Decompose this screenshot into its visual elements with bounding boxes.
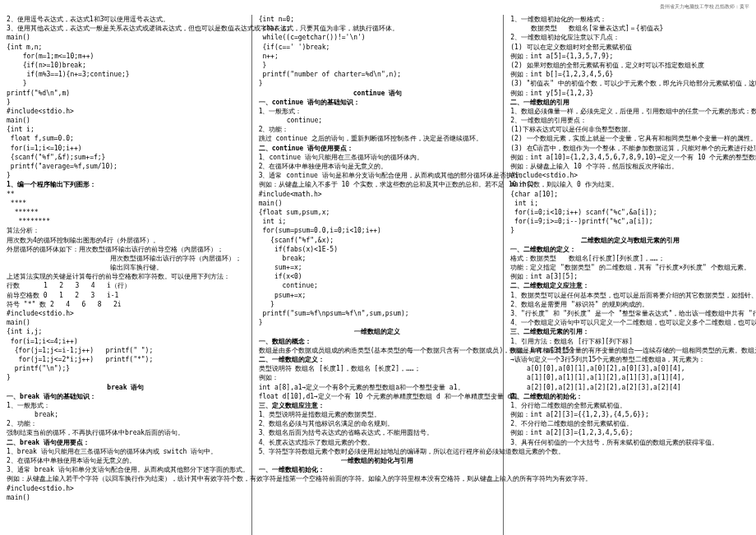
text-line: 5、字符型字符数组元素个数时必须使用起始地址的编译期，所以在运行程序前必须知道数… (259, 447, 497, 456)
text-line: 上述算法实现的关键是计算每行的前导空格数和字符数。可以使用下列方法： (7, 272, 245, 281)
text-line: 一维数组的定义 (259, 327, 497, 336)
text-line: 1、数组必须像量一样，必须先定义，后使用，引用数组中的任意一个元素的形式：数组名… (510, 107, 749, 116)
text-line: for(sum=psum=0.0,i=0;i<10;i++) (259, 226, 497, 235)
text-line: while((c=getchar())!='\n') (259, 33, 497, 42)
text-line: 2、数组名必须与其他标识名满足的命名规则。 (259, 419, 497, 428)
text-line: #include<stdio.h> (7, 309, 245, 318)
text-line: main() (7, 116, 245, 125)
text-line: 例如：int a[5]={1,3,5,7,9}; (510, 52, 749, 61)
text-line: {int m,n; (7, 43, 245, 52)
text-line: printf("%d\n",m) (7, 89, 245, 98)
text-line: (3) 在C语言中，数组作为一个整体，不能参加数据运算，只能对单个的元素进行处理… (510, 144, 749, 153)
text-line: (3) "初值表" 中的初值个数，可以少于元素个数，即允许只给部分元素赋初值，这… (510, 79, 749, 88)
text-line: ****** (7, 208, 245, 217)
text-line: } (259, 300, 497, 309)
text-line: 1、一般形式： (259, 107, 497, 116)
text-line: } (7, 373, 245, 382)
text-line: 二、一维数组的引用 (510, 98, 749, 107)
text-line: 一、二维数组的定义： (510, 245, 749, 254)
text-line: printf("\n");} (7, 364, 245, 373)
text-line: 4、长度表达式指示了数组元素的个数。 (259, 438, 497, 447)
text-line: n++; (259, 52, 497, 61)
text-line: 一、一维数组初始化： (259, 465, 497, 474)
text-line: } (7, 98, 245, 107)
text-line: for(m=1;m<=10;m++) (7, 52, 245, 61)
text-line: float f,sum=0.0; (7, 134, 245, 143)
text-line: 用次数型循环输出该行的字符（内层循环）； (7, 254, 245, 263)
text-line: 1、一维数组初始化的一般格式： (510, 15, 749, 24)
page-header: 贵州省天力电脑技工学校 总指教师：黄平 (660, 3, 750, 10)
text-line: sum+=x; (259, 263, 497, 272)
text-line: } (259, 79, 497, 88)
text-line: 跳过 continue 之后的语句，重新判断循环控制条件，决定是否继续循环。 (259, 134, 497, 143)
text-line: 1、continue 语句只能用在三条循环语句的循环体内。 (259, 153, 497, 162)
text-line: ******** (7, 217, 245, 226)
text-line: for(i=1;i<=4;i++) (7, 337, 245, 346)
content-columns: 2、使用逗号表达式，表达式1和3可以使用逗号表达式。3、使用其他表达式，表达式一… (0, 0, 756, 535)
text-line: for(i=0;i<10;i++) scanf("%c",&a[i]); (510, 208, 749, 217)
text-line: int i; (259, 217, 497, 226)
text-line: printf("sum=%f\npsum=%f\n",sum,psum); (259, 309, 497, 318)
text-line: a[2][0],a[2][1],a[2][2],a[2][3],a[2][4] (510, 383, 749, 392)
text-line: 数据类型 数组名[常量表达式]＝{初值表} (510, 24, 749, 33)
column-3: 1、一维数组初始化的一般格式： 数据类型 数组名[常量表达式]＝{初值表}2、一… (504, 15, 756, 535)
text-line: (1) 可以在定义数组时对全部元素赋初值 (510, 43, 749, 52)
text-line: break 语句 (7, 383, 245, 392)
text-line: int i; (510, 199, 749, 208)
text-line: 二、一维数组的定义： (259, 355, 497, 364)
text-line: } (259, 61, 497, 70)
text-line: 格式：数据类型 数组名[行长度][列长度]，……； (510, 254, 749, 263)
text-line: 1、分行给二维数组的全部元素赋初值。 (510, 401, 749, 410)
text-line: a[1][0],a[1][1],a[1][2],a[1][3],a[1][4], (510, 373, 749, 382)
text-line: } (510, 226, 749, 235)
column-1: 2、使用逗号表达式，表达式1和3可以使用逗号表达式。3、使用其他表达式，表达式一… (0, 15, 252, 535)
text-line: 3、通常 break 语句和单分支语句配合使用。从而构成其他部分下述字面的形式。 (7, 465, 245, 474)
text-line: 一、break 语句的基础知识： (7, 392, 245, 401)
text-line: } (7, 79, 245, 88)
text-line: (2) 如果对数组的全部元素赋有初值，定义时可以不指定数组长度 (510, 61, 749, 70)
text-line: {for(j=1;j<=i-1;j++) printf(" "); (7, 346, 245, 355)
text-line: 二、continue 语句使用要点： (259, 144, 497, 153)
text-line: 例如：int a[10]={1,2,3,4,5,6,7,8,9,10}→定义一个… (510, 153, 749, 162)
text-line: 类型说明符 数组名 [长度1]，数组名 [长度2]，……； (259, 364, 497, 373)
text-line: 行数 1 2 3 4 i（行） (7, 281, 245, 290)
text-line: 用次数为4的循环控制输出图形的4行（外层循环）。 (7, 236, 245, 245)
text-line: 二、二维数组定义应注意： (510, 281, 749, 290)
text-line: 四、二维数组的初始化： (510, 392, 749, 401)
text-line: 数组是由多个数据成员组成的构造类型(基本类型的每一个数据只含有一个数据成员)，数… (259, 346, 497, 355)
text-line: char c; (259, 24, 497, 33)
text-line: 一、数组的概念： (259, 337, 497, 346)
text-line: main() (259, 199, 497, 208)
text-line: int a[8],a1→定义一个有8个元素的整型数组a和一个整型变量 a1。 (259, 383, 497, 392)
text-line: 例如： (259, 373, 497, 382)
text-line: 前导空格数 0 1 2 3 i-1 (7, 291, 245, 300)
text-line: ** (7, 190, 245, 199)
text-line: 外层循环的循环体如下：用次数型循环输出该行的前导空格（内层循环）； (7, 245, 245, 254)
text-line: break; (259, 254, 497, 263)
text-line: 3、数组名后面为括号表达式的省略表达式，不能用圆括号。 (259, 428, 497, 437)
text-line: 二维数组的定义与数组元素的引用 (510, 236, 749, 245)
text-line: {if(n>=10)break; (7, 61, 245, 70)
text-line: 2、使用逗号表达式，表达式1和3可以使用逗号表达式。 (7, 15, 245, 24)
text-line: main() (7, 493, 245, 502)
text-line: (2) 一个数组元素，实质上就是一个变量，它具有和相同类型单个变量一样的属性。 (510, 134, 749, 143)
text-line: 2、功能： (7, 419, 245, 428)
text-line: 算法分析： (7, 226, 245, 235)
text-line: #include<stdio.h> (510, 171, 749, 180)
text-line: 3、具有任何初值的一个大括号，所有未赋初值的数组元素的获得零值。 (510, 438, 749, 447)
text-line: for(j=1;j<=2*i;j++) printf("*"); (7, 355, 245, 364)
text-line: 3、"行长度" 和 "列长度" 是一个 "整型常量表达式"，给出该一维数组中共有… (510, 309, 749, 318)
text-line: continue 语句 (259, 89, 497, 98)
text-line: {int i,j; (7, 327, 245, 336)
text-line: 输出回车换行键。 (7, 263, 245, 272)
text-line: printf("average=%f,sum/10); (7, 162, 245, 171)
text-line: if(fabs(x)<1E-5) (259, 245, 497, 254)
text-line: {scanf("%f",&f);sum+=f;} (7, 153, 245, 162)
text-line: 2、一维数组初始化应注意以下几点： (510, 33, 749, 42)
column-2: {int n=0; char c; while((c=getchar())!='… (252, 15, 505, 535)
text-line: {int i; (7, 125, 245, 134)
text-line: 例如：int a[2][3]={{1,2,3},{4,5,6}}; (510, 410, 749, 419)
text-line: main() (510, 180, 749, 189)
text-line: 符号 "*" 数 2 4 6 8 2i (7, 300, 245, 309)
text-line: 三、定义数组应注意： (259, 401, 497, 410)
